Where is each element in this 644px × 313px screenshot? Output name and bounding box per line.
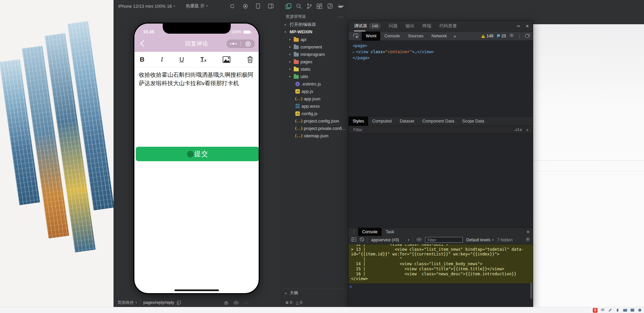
live-expression-eye-icon[interactable] — [416, 238, 422, 242]
issues-counter[interactable]: 23 — [497, 34, 506, 38]
ime-emoji-icon[interactable] — [638, 308, 642, 312]
device-frame-icon[interactable] — [256, 3, 260, 9]
tab-code-quality[interactable]: 代码质量 — [439, 21, 457, 31]
debug-bug-icon[interactable] — [224, 300, 229, 305]
outline-section[interactable]: ▸ 大纲 — [281, 289, 348, 297]
tree-item-app.json[interactable]: {..} app.json — [281, 95, 348, 102]
comment-editor-area[interactable]: 收拾收拾霍山石斛扫街哦洒基哦久啊搜积极阿萨达发啦科技大山卡拉和v看很那打卡机 — [134, 67, 259, 91]
extensions-icon[interactable] — [317, 3, 322, 9]
italic-button[interactable]: I — [161, 56, 163, 63]
preview-eye-icon[interactable] — [233, 301, 239, 305]
close-icon[interactable]: × — [526, 24, 529, 29]
inspect-element-icon[interactable] — [351, 34, 361, 39]
clear-console-icon[interactable] — [360, 237, 364, 243]
files-icon[interactable] — [286, 3, 291, 9]
toggle-class-button[interactable]: .cls — [513, 128, 522, 132]
console-input-line[interactable]: > — [349, 283, 533, 290]
tree-item-config.js[interactable]: JS config.js — [281, 110, 348, 117]
devtab-console[interactable]: Console — [380, 32, 404, 41]
explorer-more-icon[interactable]: ··· — [339, 14, 344, 19]
bold-button[interactable]: B — [140, 56, 144, 63]
more-actions-icon[interactable]: ··· — [244, 300, 249, 305]
collapse-icon[interactable] — [517, 25, 520, 27]
tree-item-label: project.config.json — [304, 118, 339, 124]
settings-gear-icon[interactable] — [509, 33, 514, 39]
more-menu-button[interactable] — [226, 43, 240, 45]
tree-item-static[interactable]: ▸ static — [281, 65, 348, 73]
devtab-sources[interactable]: Sources — [404, 32, 427, 41]
stab-component-data[interactable]: Component Data — [418, 116, 458, 126]
close-icon[interactable]: × — [526, 229, 529, 234]
tree-item-.eslintrc.js[interactable]: .eslintrc.js — [281, 80, 348, 88]
console-panel-header: ⋮ Console Task × — [349, 228, 533, 236]
ime-language-toggle[interactable]: 中 — [601, 308, 605, 312]
kebab-menu-icon[interactable]: ⋮ — [350, 230, 358, 234]
submit-button[interactable]: 提交 — [136, 147, 259, 161]
file-editor-icon[interactable] — [327, 3, 333, 9]
console-settings-gear-icon[interactable] — [525, 237, 530, 243]
stab-dataset[interactable]: Dataset — [396, 116, 418, 126]
log-levels-dropdown[interactable]: Default levels ▾ — [466, 238, 494, 242]
tree-item-sitemap.json[interactable]: {..} sitemap.json — [281, 132, 348, 139]
tab-output[interactable]: 输出 — [406, 21, 414, 31]
scrollbar-thumb[interactable] — [530, 283, 533, 299]
console-filter-input[interactable] — [425, 237, 463, 243]
copy-path-icon[interactable] — [177, 301, 181, 305]
sidebar-toggle-icon[interactable] — [351, 237, 356, 243]
minimize-home-button[interactable] — [241, 41, 255, 46]
dock-side-icon[interactable] — [525, 33, 530, 39]
back-button[interactable] — [138, 39, 147, 48]
kebab-menu-icon[interactable]: ⋮ — [517, 34, 522, 39]
tree-item-component[interactable]: ▸ component — [281, 43, 348, 50]
hot-reload-toggle[interactable]: 热重载 开 ▾ — [186, 3, 208, 9]
mini-program-navbar: 回复评论 — [134, 35, 259, 52]
ime-pen-icon[interactable] — [608, 308, 612, 312]
stab-scope-data[interactable]: Scope Data — [458, 116, 488, 126]
hidden-messages-label[interactable]: 7 hidden — [497, 238, 513, 242]
trash-button[interactable] — [247, 56, 253, 63]
record-icon[interactable] — [243, 4, 248, 9]
styles-filter-input[interactable] — [353, 127, 513, 133]
tree-item-app.js[interactable]: JS app.js — [281, 88, 348, 95]
expand-arrow-icon[interactable]: ▸ — [353, 49, 356, 56]
device-selector[interactable]: iPhone 12/13 mini 100% 16 ▾ — [118, 4, 175, 9]
tree-item-utils[interactable]: ▸ utils — [281, 73, 348, 80]
tree-item-mp-weixin[interactable]: ▾ MP-WEIXIN — [281, 28, 348, 36]
ime-mic-icon[interactable] — [615, 308, 620, 312]
sogou-ime-icon[interactable]: S — [593, 308, 598, 313]
devtab-network[interactable]: Network — [427, 32, 451, 41]
devtab-wxml[interactable]: Wxml — [362, 32, 380, 41]
clear-format-button[interactable]: T x — [200, 57, 206, 62]
tab-task[interactable]: Task — [382, 228, 398, 236]
stab-styles[interactable]: Styles — [349, 116, 368, 126]
new-style-rule-icon[interactable]: + — [526, 127, 529, 133]
more-tabs-icon[interactable]: » — [451, 34, 459, 39]
refresh-icon[interactable] — [230, 4, 235, 9]
tree-item-api[interactable]: ▸ api — [281, 36, 348, 43]
problems-status[interactable]: ⊗ 0 △ 0 — [281, 300, 348, 305]
tree-item-打开的编辑器[interactable]: ▸ 打开的编辑器 — [281, 21, 348, 28]
context-selector[interactable]: appservice (#3) ▾ — [371, 238, 409, 242]
tab-console[interactable]: Console — [358, 228, 382, 236]
wxml-view-node[interactable]: ▸<view class="container">…</view> — [353, 49, 533, 56]
stab-computed[interactable]: Computed — [368, 116, 396, 126]
tree-item-app.wxss[interactable]: app.wxss — [281, 102, 348, 110]
tree-item-project.config.json[interactable]: {..} project.config.json — [281, 117, 348, 125]
tab-problems[interactable]: 问题 — [389, 21, 397, 31]
tab-debugger[interactable]: 调试器 148 — [354, 21, 381, 31]
tree-item-pages[interactable]: ▸ pages — [281, 58, 348, 65]
ime-toolbox-icon[interactable] — [630, 308, 635, 312]
tree-item-miniprogram[interactable]: ▸ miniprogram — [281, 50, 348, 58]
git-branch-icon[interactable] — [307, 3, 312, 9]
tab-terminal[interactable]: 终端 — [422, 21, 431, 31]
warnings-counter[interactable]: 148 — [481, 34, 493, 38]
whale-plugin-icon[interactable] — [337, 4, 344, 8]
search-icon[interactable] — [296, 3, 302, 9]
insert-image-button[interactable] — [223, 56, 230, 63]
underline-button[interactable]: U — [180, 56, 184, 63]
tree-item-project.private.config.js-[interactable]: {..} project.private.config.js… — [281, 125, 348, 132]
page-path-dropdown[interactable]: 页面路径 ▾ — [118, 300, 137, 306]
layout-split-icon[interactable] — [268, 4, 273, 8]
wxml-tree[interactable]: <page> ▸<view class="container">…</view>… — [349, 41, 533, 116]
ime-keyboard-icon[interactable] — [623, 308, 627, 312]
